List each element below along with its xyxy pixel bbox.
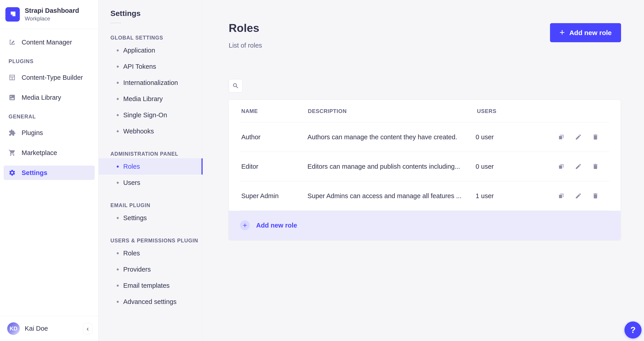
subnav-item-email-templates[interactable]: Email templates [110,278,202,294]
table-header-row: NAME DESCRIPTION USERS [240,100,609,122]
add-new-role-label: Add new role [569,29,612,37]
subnav-section-users-permissions: USERS & PERMISSIONS PLUGIN [110,238,202,244]
subnav-section-email-plugin: EMAIL PLUGIN [110,202,202,208]
table-footer-add-role[interactable]: + Add new role [229,211,620,240]
divider [110,23,121,23]
pencil-icon [575,193,582,199]
sidebar-item-content-manager[interactable]: Content Manager [4,35,95,49]
pencil-icon [575,134,582,140]
subnav-item-single-sign-on[interactable]: Single Sign-On [110,107,202,123]
bullet-icon [117,217,119,219]
bullet-icon [117,166,119,168]
bullet-icon [117,285,119,287]
settings-subnav: Settings GLOBAL SETTINGS Application API… [99,0,203,341]
subnav-item-providers[interactable]: Providers [110,261,202,278]
workspace-name: Workplace [25,15,79,22]
layout-icon [8,74,16,81]
subnav-item-roles-up[interactable]: Roles [110,245,202,261]
copy-icon [558,134,564,140]
delete-role-button[interactable] [592,163,599,170]
subnav-item-webhooks[interactable]: Webhooks [110,123,202,139]
bullet-icon [117,66,119,68]
sidebar-section-general: GENERAL [8,114,90,120]
sidebar-item-label: Content-Type Builder [22,74,83,81]
plus-icon: + [560,28,564,37]
strapi-logo-icon [6,7,20,21]
subnav-item-label: Roles [123,163,140,170]
main-content: Roles List of roles + Add new role NAME … [203,0,644,341]
pen-icon [8,39,16,46]
sidebar-item-label: Marketplace [22,149,57,157]
bullet-icon [117,98,119,100]
edit-role-button[interactable] [574,163,582,170]
delete-role-button[interactable] [592,192,599,200]
sidebar-item-settings[interactable]: Settings [4,166,95,180]
bullet-icon [117,252,119,254]
table-row-author[interactable]: Author Authors can manage the content th… [240,122,609,152]
settings-subnav-title: Settings [110,9,202,18]
main-sidebar: Strapi Dashboard Workplace Content Manag… [0,0,98,341]
bullet-icon [117,49,119,51]
add-new-role-button[interactable]: + Add new role [550,23,621,42]
puzzle-icon [8,129,16,136]
question-mark-icon: ? [630,325,636,335]
chevron-left-icon: ‹ [86,325,89,333]
search-icon [232,82,239,89]
duplicate-role-button[interactable] [558,192,565,200]
role-name: Super Admin [240,192,306,200]
edit-role-button[interactable] [574,192,582,200]
avatar[interactable]: KD [7,322,20,335]
search-button[interactable] [229,79,242,92]
help-button[interactable]: ? [624,322,642,339]
bullet-icon [117,269,119,271]
subnav-item-label: Application [123,47,155,54]
duplicate-role-button[interactable] [558,163,565,170]
subnav-item-label: Users [123,179,140,186]
sidebar-item-label: Content Manager [22,39,72,46]
sidebar-item-label: Plugins [22,129,43,137]
delete-role-button[interactable] [592,133,599,141]
edit-role-button[interactable] [574,133,582,141]
subnav-item-api-tokens[interactable]: API Tokens [110,58,202,75]
table-row-super-admin[interactable]: Super Admin Super Admins can access and … [240,181,609,211]
subnav-item-label: Providers [123,266,151,273]
collapse-sidebar-button[interactable]: ‹ [83,323,92,334]
subnav-item-roles-admin[interactable]: Roles [99,158,202,175]
subnav-item-email-settings[interactable]: Settings [110,210,202,226]
subnav-item-label: Media Library [123,95,163,103]
image-icon [8,94,16,101]
subnav-item-label: Single Sign-On [123,111,167,119]
duplicate-role-button[interactable] [558,133,565,141]
subnav-item-label: Settings [123,214,147,222]
subnav-item-application[interactable]: Application [110,42,202,58]
role-users-count: 0 user [474,163,558,170]
role-description: Authors can manage the content they have… [306,133,474,141]
role-users-count: 1 user [474,192,558,200]
sidebar-item-marketplace[interactable]: Marketplace [4,146,95,160]
subnav-section-global-settings: GLOBAL SETTINGS [110,35,202,41]
subnav-item-internationalization[interactable]: Internationalization [110,75,202,91]
subnav-item-label: Roles [123,250,140,257]
table-row-editor[interactable]: Editor Editors can manage and publish co… [240,152,609,181]
bullet-icon [117,82,119,84]
subnav-item-label: Email templates [123,282,170,289]
app-title: Strapi Dashboard [25,7,79,14]
sidebar-item-media-library[interactable]: Media Library [4,90,95,105]
bullet-icon [117,114,119,116]
column-header-description: DESCRIPTION [306,108,476,114]
footer-add-role-label: Add new role [256,222,297,229]
subnav-item-users[interactable]: Users [110,175,202,191]
sidebar-item-content-type-builder[interactable]: Content-Type Builder [4,70,95,85]
main-nav: Content Manager PLUGINS Content-Type Bui… [0,29,98,180]
trash-icon [592,163,599,170]
subnav-item-advanced-settings[interactable]: Advanced settings [110,294,202,310]
sidebar-item-plugins[interactable]: Plugins [4,126,95,140]
cart-icon [8,149,16,156]
plus-circle-icon: + [240,220,250,230]
role-name: Author [240,133,306,141]
workspace-header[interactable]: Strapi Dashboard Workplace [0,0,98,29]
subnav-item-media-library[interactable]: Media Library [110,91,202,107]
user-row: KD Kai Doe ‹ [0,316,98,341]
sidebar-item-label: Settings [22,169,47,177]
sidebar-section-plugins: PLUGINS [8,58,90,64]
